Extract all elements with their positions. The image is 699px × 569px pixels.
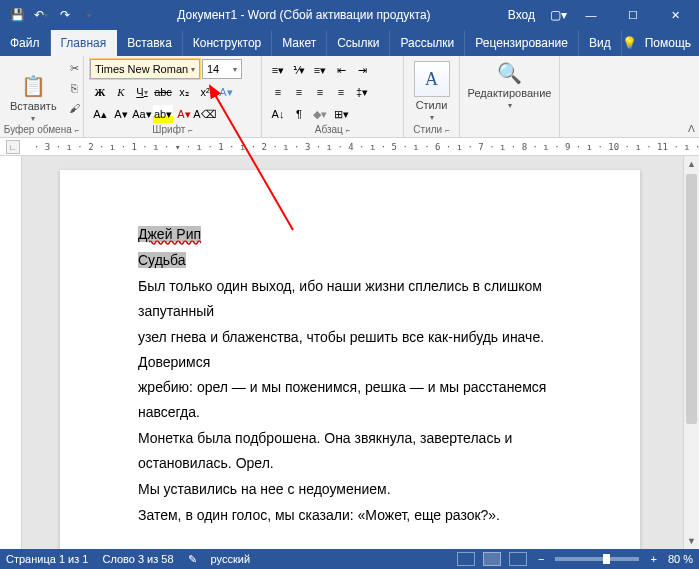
body-text[interactable]: Затем, в один голос, мы сказали: «Может,… bbox=[138, 503, 570, 528]
zoom-level[interactable]: 80 % bbox=[668, 553, 693, 565]
editing-label: Редактирование bbox=[468, 87, 552, 99]
scroll-thumb[interactable] bbox=[686, 174, 697, 424]
tab-design[interactable]: Конструктор bbox=[183, 30, 272, 56]
vertical-scrollbar[interactable]: ▲ ▼ bbox=[683, 156, 699, 549]
cut-button[interactable]: ✂ bbox=[65, 59, 85, 77]
save-button[interactable]: 💾 bbox=[6, 4, 28, 26]
font-size-input[interactable]: 14▾ bbox=[202, 59, 242, 79]
chevron-down-icon: ▾ bbox=[508, 101, 512, 110]
clear-format-button[interactable]: A⌫ bbox=[195, 105, 215, 123]
bullets-button[interactable]: ≡▾ bbox=[268, 61, 288, 79]
document-area: Джей Рип Судьба Был только один выход, и… bbox=[0, 156, 699, 549]
login-link[interactable]: Вход bbox=[508, 8, 535, 22]
ribbon-tabs: Файл Главная Вставка Конструктор Макет С… bbox=[0, 30, 699, 56]
underline-button[interactable]: Ч▾ bbox=[132, 83, 152, 101]
word-count-status[interactable]: Слово 3 из 58 bbox=[102, 553, 173, 566]
text-effects-button[interactable]: A▾ bbox=[216, 83, 236, 101]
scroll-down-button[interactable]: ▼ bbox=[684, 533, 699, 549]
increase-indent-button[interactable]: ⇥ bbox=[352, 61, 372, 79]
format-painter-button[interactable]: 🖌 bbox=[65, 99, 85, 117]
show-marks-button[interactable]: ¶ bbox=[289, 105, 309, 123]
page-status[interactable]: Страница 1 из 1 bbox=[6, 553, 88, 566]
tab-file[interactable]: Файл bbox=[0, 30, 51, 56]
justify-button[interactable]: ≡ bbox=[331, 83, 351, 101]
editing-button[interactable]: 🔍 Редактирование ▾ bbox=[466, 59, 553, 112]
borders-button[interactable]: ⊞▾ bbox=[331, 105, 351, 123]
font-group-label: Шрифт ⌐ bbox=[84, 124, 261, 135]
chevron-down-icon: ▾ bbox=[191, 65, 195, 74]
display-options-button[interactable]: ▢▾ bbox=[547, 4, 569, 26]
scroll-up-button[interactable]: ▲ bbox=[684, 156, 699, 172]
selected-text-line1[interactable]: Джей Рип bbox=[138, 226, 201, 242]
bold-button[interactable]: Ж bbox=[90, 83, 110, 101]
find-icon: 🔍 bbox=[497, 61, 522, 85]
tab-selector[interactable]: ∟ bbox=[6, 140, 20, 154]
change-case-button[interactable]: Aa▾ bbox=[132, 105, 152, 123]
tab-references[interactable]: Ссылки bbox=[327, 30, 390, 56]
horizontal-ruler[interactable]: ∟ · 3 · ı · 2 · ı · 1 · ı · ▾ · ı · 1 · … bbox=[0, 138, 699, 156]
font-name-input[interactable]: Times New Roman▾ bbox=[90, 59, 200, 79]
tab-layout[interactable]: Макет bbox=[272, 30, 327, 56]
zoom-out-button[interactable]: − bbox=[535, 553, 547, 565]
shrink-font-button[interactable]: A▾ bbox=[111, 105, 131, 123]
tab-home[interactable]: Главная bbox=[51, 30, 118, 56]
undo-button[interactable]: ↶▾ bbox=[30, 4, 52, 26]
zoom-slider-thumb[interactable] bbox=[603, 554, 610, 564]
chevron-down-icon: ▾ bbox=[87, 11, 91, 20]
web-layout-button[interactable] bbox=[509, 552, 527, 566]
print-layout-button[interactable] bbox=[483, 552, 501, 566]
body-text[interactable]: Был только один выход, ибо наши жизни сп… bbox=[138, 274, 570, 324]
ribbon: 📋 Вставить ▾ ✂ ⎘ 🖌 Буфер обмена ⌐ Times … bbox=[0, 56, 699, 138]
maximize-button[interactable]: ☐ bbox=[613, 0, 653, 30]
minimize-icon: — bbox=[586, 9, 597, 21]
tab-insert[interactable]: Вставка bbox=[117, 30, 183, 56]
group-paragraph: ≡▾ ⅟▾ ≡▾ ⇤ ⇥ ≡ ≡ ≡ ≡ ‡▾ A↓ ¶ ◆▾ ⊞▾ Абзац… bbox=[262, 56, 404, 137]
body-text[interactable]: Монетка была подброшена. Она звякнула, з… bbox=[138, 426, 570, 476]
titlebar-right: Вход ▢▾ — ☐ ✕ bbox=[508, 0, 699, 30]
subscript-button[interactable]: x₂ bbox=[174, 83, 194, 101]
window-title: Документ1 - Word (Сбой активации продукт… bbox=[100, 8, 508, 22]
body-text[interactable]: Мы уставились на нее с недоумением. bbox=[138, 477, 570, 502]
tab-view[interactable]: Вид bbox=[579, 30, 622, 56]
font-color-button[interactable]: A▾ bbox=[174, 105, 194, 123]
tab-mailings[interactable]: Рассылки bbox=[390, 30, 465, 56]
highlight-button[interactable]: ab▾ bbox=[153, 105, 173, 123]
superscript-button[interactable]: x² bbox=[195, 83, 215, 101]
decrease-indent-button[interactable]: ⇤ bbox=[331, 61, 351, 79]
selected-text-line2[interactable]: Судьба bbox=[138, 252, 186, 268]
body-text[interactable]: жребию: орел — и мы поженимся, решка — и… bbox=[138, 375, 570, 425]
body-text[interactable]: узел гнева и блаженства, чтобы решить вс… bbox=[138, 325, 570, 375]
tell-me-icon[interactable]: 💡 bbox=[622, 36, 637, 50]
styles-button[interactable]: A Стили ▾ bbox=[410, 59, 453, 124]
qat-customize-button[interactable]: ▾ bbox=[78, 4, 100, 26]
line-spacing-button[interactable]: ‡▾ bbox=[352, 83, 372, 101]
zoom-in-button[interactable]: + bbox=[647, 553, 659, 565]
close-icon: ✕ bbox=[671, 9, 680, 22]
redo-button[interactable]: ↷ bbox=[54, 4, 76, 26]
zoom-slider[interactable] bbox=[555, 557, 639, 561]
align-right-button[interactable]: ≡ bbox=[310, 83, 330, 101]
align-left-button[interactable]: ≡ bbox=[268, 83, 288, 101]
numbering-button[interactable]: ⅟▾ bbox=[289, 61, 309, 79]
shading-button[interactable]: ◆▾ bbox=[310, 105, 330, 123]
vertical-ruler[interactable] bbox=[0, 156, 22, 549]
tell-me-label[interactable]: Помощь bbox=[645, 36, 691, 50]
document-page[interactable]: Джей Рип Судьба Был только один выход, и… bbox=[60, 170, 640, 549]
collapse-ribbon-button[interactable]: ᐱ bbox=[688, 123, 695, 134]
group-font: Times New Roman▾ 14▾ Ж К Ч▾ abc x₂ x² A▾… bbox=[84, 56, 262, 137]
multilevel-button[interactable]: ≡▾ bbox=[310, 61, 330, 79]
copy-button[interactable]: ⎘ bbox=[65, 79, 85, 97]
align-center-button[interactable]: ≡ bbox=[289, 83, 309, 101]
tab-review[interactable]: Рецензирование bbox=[465, 30, 579, 56]
strikethrough-button[interactable]: abc bbox=[153, 83, 173, 101]
spellcheck-status[interactable]: ✎ bbox=[188, 553, 197, 566]
language-status[interactable]: русский bbox=[211, 553, 250, 566]
minimize-button[interactable]: — bbox=[571, 0, 611, 30]
read-mode-button[interactable] bbox=[457, 552, 475, 566]
italic-button[interactable]: К bbox=[111, 83, 131, 101]
undo-icon: ↶ bbox=[34, 8, 44, 22]
grow-font-button[interactable]: A▴ bbox=[90, 105, 110, 123]
sort-button[interactable]: A↓ bbox=[268, 105, 288, 123]
close-button[interactable]: ✕ bbox=[655, 0, 695, 30]
quick-access-toolbar: 💾 ↶▾ ↷ ▾ bbox=[0, 4, 100, 26]
